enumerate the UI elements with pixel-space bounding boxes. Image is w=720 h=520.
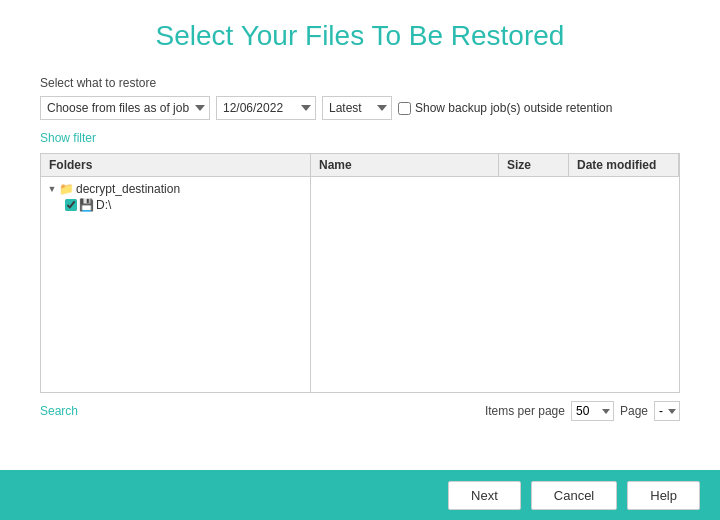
folder-row-child[interactable]: 💾 D:\ — [63, 197, 306, 213]
bottom-bar: Search Items per page 50 10 25 100 Page … — [40, 393, 680, 425]
footer-bar: Next Cancel Help — [0, 470, 720, 520]
page-select[interactable]: - — [654, 401, 680, 421]
main-content: Select Your Files To Be Restored Select … — [0, 0, 720, 470]
next-button[interactable]: Next — [448, 481, 521, 510]
files-header: Name Size Date modified — [311, 154, 679, 177]
source-dropdown[interactable]: Choose from files as of job — [40, 96, 210, 120]
drive-name: D:\ — [96, 198, 111, 212]
page-label: Page — [620, 404, 648, 418]
folder-icon: 📁 — [59, 182, 74, 196]
col-size-header: Size — [499, 154, 569, 176]
section-label: Select what to restore — [40, 76, 680, 90]
outside-retention-label[interactable]: Show backup job(s) outside retention — [398, 101, 612, 115]
items-per-page-label: Items per page — [485, 404, 565, 418]
search-link[interactable]: Search — [40, 404, 78, 418]
file-browser: Folders ▼ 📁 decrypt_destination 💾 D:\ Na… — [40, 153, 680, 393]
cancel-button[interactable]: Cancel — [531, 481, 617, 510]
folder-checkbox[interactable] — [65, 199, 77, 211]
folder-row[interactable]: ▼ 📁 decrypt_destination — [45, 181, 306, 197]
outside-retention-text: Show backup job(s) outside retention — [415, 101, 612, 115]
col-name-header: Name — [311, 154, 499, 176]
folders-pane: Folders ▼ 📁 decrypt_destination 💾 D:\ — [41, 154, 311, 392]
col-date-header: Date modified — [569, 154, 679, 176]
drive-icon: 💾 — [79, 198, 94, 212]
expand-icon[interactable]: ▼ — [47, 184, 57, 194]
controls-row: Choose from files as of job 12/06/2022 L… — [40, 96, 680, 120]
help-button[interactable]: Help — [627, 481, 700, 510]
items-per-page-select[interactable]: 50 10 25 100 — [571, 401, 614, 421]
folder-name: decrypt_destination — [76, 182, 180, 196]
pagination-controls: Items per page 50 10 25 100 Page - — [485, 401, 680, 421]
folders-header: Folders — [41, 154, 310, 177]
version-dropdown[interactable]: Latest — [322, 96, 392, 120]
page-title: Select Your Files To Be Restored — [40, 20, 680, 52]
files-pane: Name Size Date modified — [311, 154, 679, 392]
folders-content: ▼ 📁 decrypt_destination 💾 D:\ — [41, 177, 310, 217]
outside-retention-checkbox[interactable] — [398, 102, 411, 115]
show-filter-link[interactable]: Show filter — [40, 131, 96, 145]
date-dropdown[interactable]: 12/06/2022 — [216, 96, 316, 120]
